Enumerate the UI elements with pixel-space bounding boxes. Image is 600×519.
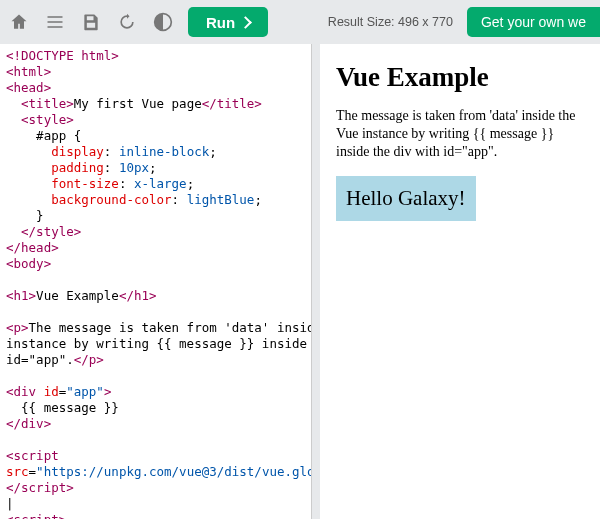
result-size-label: Result Size: 496 x 770	[328, 15, 453, 29]
theme-icon[interactable]	[152, 11, 174, 33]
menu-icon[interactable]	[44, 11, 66, 33]
paragraph-text: The message is taken from 'data' inside …	[6, 320, 312, 367]
preview-app-box: Hello Galaxy!	[336, 176, 476, 221]
home-icon[interactable]	[8, 11, 30, 33]
pane-divider[interactable]	[312, 44, 320, 519]
toolbar: Run Result Size: 496 x 770 Get your own …	[0, 0, 600, 44]
preview-heading: Vue Example	[336, 62, 584, 93]
get-own-website-button[interactable]: Get your own we	[467, 7, 600, 37]
result-pane: Vue Example The message is taken from 'd…	[320, 44, 600, 519]
run-button-label: Run	[206, 14, 235, 31]
code-editor-pane[interactable]: <!DOCTYPE html> <html> <head> <title>My …	[0, 44, 312, 519]
workspace: <!DOCTYPE html> <html> <head> <title>My …	[0, 44, 600, 519]
code-content[interactable]: <!DOCTYPE html> <html> <head> <title>My …	[0, 44, 311, 519]
save-icon[interactable]	[80, 11, 102, 33]
preview-paragraph: The message is taken from 'data' inside …	[336, 107, 584, 162]
chevron-right-icon	[239, 16, 252, 29]
rotate-icon[interactable]	[116, 11, 138, 33]
run-button[interactable]: Run	[188, 7, 268, 37]
